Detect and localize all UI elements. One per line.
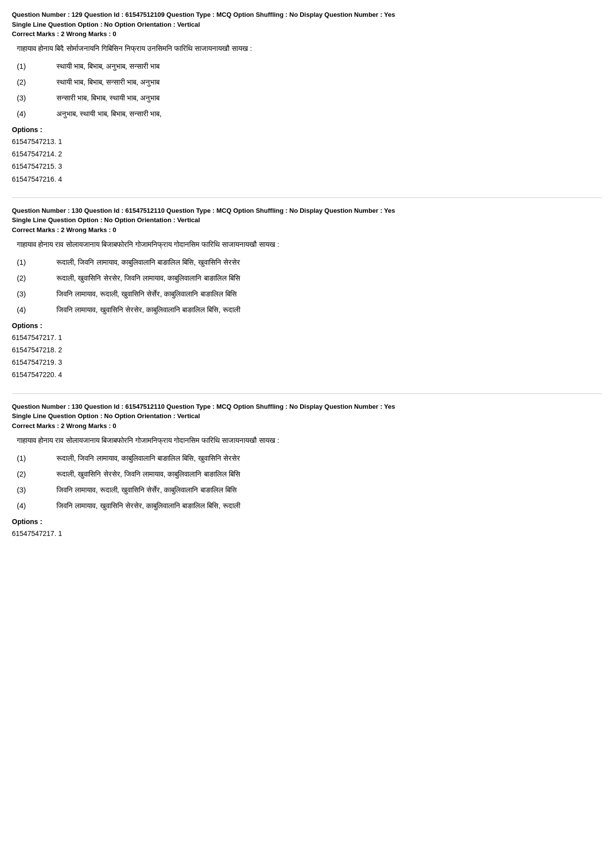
option-item-1: (2)रूदाली, खुवासिनि सेरसेर, जिवनि लामाया… [17, 468, 602, 480]
option-id: 61547547220. 4 [12, 369, 602, 381]
question-block-1: Question Number : 130 Question Id : 6154… [12, 206, 602, 382]
option-number: (3) [17, 92, 56, 104]
option-item-2: (3)जिवनि लामायाव, रूदाली, खुवासिनि सेर्स… [17, 288, 602, 300]
option-number: (1) [17, 256, 56, 268]
question-meta: Question Number : 129 Question Id : 6154… [12, 10, 602, 29]
option-item-0: (1)स्थायी भाब, बिभाब, अनुभाब, सन्सारी भा… [17, 60, 602, 72]
correct-marks: Correct Marks : 2 Wrong Marks : 0 [12, 422, 602, 430]
meta-line2: Single Line Question Option : No Option … [12, 216, 200, 224]
option-number: (3) [17, 484, 56, 496]
option-id: 61547547214. 2 [12, 148, 602, 160]
question-block-0: Question Number : 129 Question Id : 6154… [12, 10, 602, 186]
options-label: Options : [12, 518, 602, 526]
meta-line1: Question Number : 130 Question Id : 6154… [12, 207, 395, 214]
option-number: (4) [17, 304, 56, 316]
option-id: 61547547217. 1 [12, 528, 602, 540]
options-list: (1)रूदाली, जिवनि लामायाव, काबुलिवालानि ब… [17, 452, 602, 512]
option-item-0: (1)रूदाली, जिवनि लामायाव, काबुलिवालानि ब… [17, 256, 602, 268]
question-block-2: Question Number : 130 Question Id : 6154… [12, 402, 602, 540]
option-number: (4) [17, 108, 56, 120]
option-number: (4) [17, 500, 56, 512]
question-text: गाहायाव होनाय राव सोलायजानाय बिजाबफोरनि … [17, 239, 602, 250]
question-text: गाहायाव होनाय बिदै सोर्माजनायनि गिबिसिन … [17, 43, 602, 54]
options-label: Options : [12, 126, 602, 134]
option-text: रूदाली, जिवनि लामायाव, काबुलिवालानि बाङा… [56, 452, 240, 464]
option-item-1: (2)रूदाली, खुवासिनि सेरसेर, जिवनि लामाया… [17, 272, 602, 284]
option-text: रूदाली, जिवनि लामायाव, काबुलिवालानि बाङा… [56, 256, 240, 268]
question-meta: Question Number : 130 Question Id : 6154… [12, 206, 602, 225]
option-number: (2) [17, 272, 56, 284]
correct-marks: Correct Marks : 2 Wrong Marks : 0 [12, 226, 602, 234]
meta-line2: Single Line Question Option : No Option … [12, 412, 200, 420]
option-text: जिवनि लामायाव, खुवासिनि सेरसेर, काबुलिवा… [56, 304, 240, 316]
option-item-3: (4)जिवनि लामायाव, खुवासिनि सेरसेर, काबुल… [17, 500, 602, 512]
option-id: 61547547218. 2 [12, 344, 602, 356]
meta-line2: Single Line Question Option : No Option … [12, 21, 200, 28]
option-text: जिवनि लामायाव, रूदाली, खुवासिनि सेर्सेर,… [56, 484, 237, 496]
question-meta: Question Number : 130 Question Id : 6154… [12, 402, 602, 421]
meta-line1: Question Number : 129 Question Id : 6154… [12, 11, 395, 18]
option-id-list: 61547547213. 161547547214. 261547547215.… [12, 136, 602, 186]
option-text: स्थायी भाब, बिभाब, अनुभाब, सन्सारी भाब [56, 60, 159, 72]
option-text: स्थायी भाब, बिभाब, सन्सारी भाब, अनुभाब [56, 76, 159, 88]
option-id: 61547547215. 3 [12, 160, 602, 173]
option-item-2: (3)जिवनि लामायाव, रूदाली, खुवासिनि सेर्स… [17, 484, 602, 496]
meta-line1: Question Number : 130 Question Id : 6154… [12, 403, 395, 410]
option-number: (2) [17, 76, 56, 88]
option-item-1: (2)स्थायी भाब, बिभाब, सन्सारी भाब, अनुभा… [17, 76, 602, 88]
option-text: जिवनि लामायाव, खुवासिनि सेरसेर, काबुलिवा… [56, 500, 240, 512]
option-text: रूदाली, खुवासिनि सेरसेर, जिवनि लामायाव, … [56, 272, 240, 284]
option-number: (1) [17, 60, 56, 72]
option-item-0: (1)रूदाली, जिवनि लामायाव, काबुलिवालानि ब… [17, 452, 602, 464]
option-id: 61547547216. 4 [12, 173, 602, 186]
option-id: 61547547217. 1 [12, 332, 602, 344]
option-item-3: (4)जिवनि लामायाव, खुवासिनि सेरसेर, काबुल… [17, 304, 602, 316]
options-list: (1)स्थायी भाब, बिभाब, अनुभाब, सन्सारी भा… [17, 60, 602, 120]
option-id: 61547547213. 1 [12, 136, 602, 148]
option-item-3: (4)अनुभाब, स्थायी भाब, बिभाब, सन्सारी भा… [17, 108, 602, 120]
option-text: सन्सारी भाब, बिभाब, स्थायी भाब, अनुभाब [56, 92, 159, 104]
options-label: Options : [12, 322, 602, 330]
option-number: (3) [17, 288, 56, 300]
option-item-2: (3)सन्सारी भाब, बिभाब, स्थायी भाब, अनुभा… [17, 92, 602, 104]
option-number: (2) [17, 468, 56, 480]
option-text: अनुभाब, स्थायी भाब, बिभाब, सन्सारी भाब, [56, 108, 162, 120]
option-id-list: 61547547217. 1 [12, 528, 602, 540]
option-number: (1) [17, 452, 56, 464]
option-id: 61547547219. 3 [12, 356, 602, 369]
question-divider [12, 197, 602, 198]
question-text: गाहायाव होनाय राव सोलायजानाय बिजाबफोरनि … [17, 434, 602, 446]
option-text: जिवनि लामायाव, रूदाली, खुवासिनि सेर्सेर,… [56, 288, 237, 300]
option-text: रूदाली, खुवासिनि सेरसेर, जिवनि लामायाव, … [56, 468, 240, 480]
correct-marks: Correct Marks : 2 Wrong Marks : 0 [12, 30, 602, 38]
option-id-list: 61547547217. 161547547218. 261547547219.… [12, 332, 602, 382]
options-list: (1)रूदाली, जिवनि लामायाव, काबुलिवालानि ब… [17, 256, 602, 316]
question-divider [12, 393, 602, 394]
